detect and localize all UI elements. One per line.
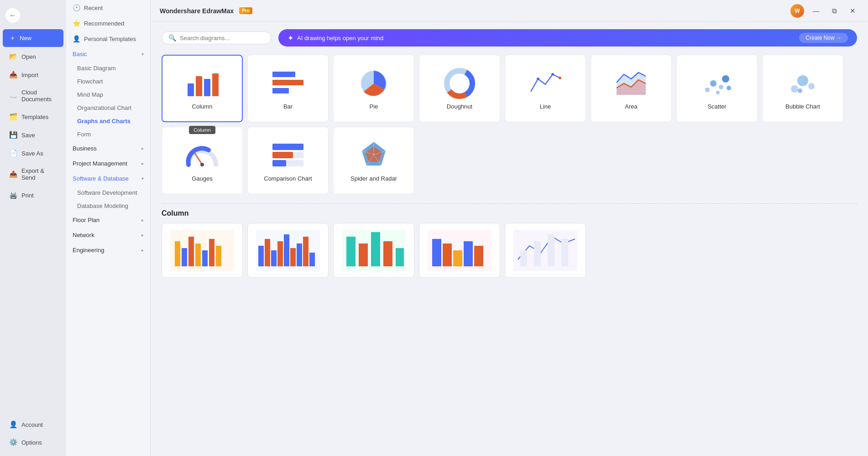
svg-rect-63 (396, 248, 404, 266)
template-card-5[interactable] (505, 223, 586, 278)
panel-category-network[interactable]: Network ▸ (66, 228, 150, 243)
panel-subitem-flowchart[interactable]: Flowchart (66, 75, 150, 88)
panel-category-engineering[interactable]: Engineering ▸ (66, 243, 150, 258)
chart-card-pie[interactable]: Pie (333, 55, 414, 122)
panel-category-business[interactable]: Business ▸ (66, 141, 150, 156)
panel-recent[interactable]: 🕐 Recent (66, 0, 150, 16)
chart-card-scatter[interactable]: Scatter (676, 55, 758, 122)
ai-banner[interactable]: ✦ AI drawing helps open your mind Create… (278, 29, 857, 47)
panel-category-software[interactable]: Software & Database ▾ (66, 171, 150, 186)
close-button[interactable]: ✕ (846, 5, 859, 17)
user-avatar[interactable]: W (790, 4, 804, 18)
svg-rect-6 (272, 88, 289, 93)
svg-point-27 (200, 163, 204, 166)
chevron-down-icon: ▾ (141, 52, 144, 57)
chart-thumb-scatter (699, 67, 735, 99)
svg-point-16 (705, 88, 710, 92)
svg-rect-32 (272, 160, 286, 166)
chart-card-column[interactable]: Column Column (162, 55, 243, 122)
template-card-3[interactable] (333, 223, 414, 278)
content-header: 🔍 ✦ AI drawing helps open your mind Crea… (162, 29, 857, 47)
svg-point-13 (559, 77, 561, 79)
chart-thumb-bubble (784, 67, 821, 99)
svg-rect-71 (520, 250, 527, 266)
content-area: 🔍 ✦ AI drawing helps open your mind Crea… (151, 22, 868, 456)
personal-icon: 👤 (73, 35, 80, 42)
saveas-icon: 📄 (9, 149, 18, 157)
sidebar-item-import[interactable]: 📥 Import (3, 66, 63, 83)
panel-category-basic[interactable]: Basic ▾ (66, 47, 150, 62)
svg-rect-53 (284, 234, 289, 266)
chart-card-bubble[interactable]: Bubble Chart (762, 55, 843, 122)
panel-category-project[interactable]: Project Management ▸ (66, 156, 150, 171)
create-now-button[interactable]: Create Now → (799, 33, 848, 43)
svg-rect-74 (561, 239, 568, 266)
template-thumb-4 (419, 223, 500, 277)
cloud-icon: ☁️ (9, 92, 18, 100)
template-thumb-5 (505, 223, 586, 277)
svg-rect-42 (182, 248, 187, 266)
sidebar-item-new[interactable]: ＋ New (3, 29, 63, 47)
svg-rect-46 (209, 239, 214, 266)
section-divider (162, 203, 857, 204)
panel-subitem-db-modeling[interactable]: Database Modeling (66, 199, 150, 212)
panel-subitem-org-chart[interactable]: Organizational Chart (66, 101, 150, 114)
ai-banner-left: ✦ AI drawing helps open your mind (288, 34, 383, 42)
panel-subitem-basic-diagram[interactable]: Basic Diagram (66, 62, 150, 75)
template-card-4[interactable] (419, 223, 500, 278)
chart-thumb-pie (356, 67, 392, 99)
svg-rect-55 (297, 244, 302, 266)
svg-rect-54 (290, 248, 296, 266)
sidebar-item-templates[interactable]: 🗂️ Templates (3, 108, 63, 125)
chart-card-line[interactable]: Line (505, 55, 586, 122)
chart-card-bar[interactable]: Bar (247, 55, 329, 122)
svg-point-21 (727, 86, 731, 90)
chart-card-area[interactable]: Area (591, 55, 672, 122)
chart-card-gauges[interactable]: Gauges (162, 127, 243, 194)
sidebar-header: ← (0, 5, 66, 26)
svg-rect-69 (474, 246, 483, 266)
panel-subitem-form[interactable]: Form (66, 128, 150, 141)
sidebar-item-cloud[interactable]: ☁️ Cloud Documents (3, 84, 63, 107)
template-thumb-1 (162, 223, 242, 277)
template-thumb-2 (248, 223, 328, 277)
template-card-1[interactable] (162, 223, 243, 278)
template-card-2[interactable] (247, 223, 329, 278)
sidebar-item-open[interactable]: 📂 Open (3, 48, 63, 65)
maximize-button[interactable]: ⧉ (828, 5, 841, 17)
panel-subitem-graphs[interactable]: Graphs and Charts (66, 114, 150, 128)
sidebar-item-export[interactable]: 📤 Export & Send (3, 163, 63, 186)
panel-personal-templates[interactable]: 👤 Personal Templates (66, 31, 150, 47)
chart-card-comparison[interactable]: Comparison Chart (247, 127, 329, 194)
back-button[interactable]: ← (5, 8, 20, 23)
search-input[interactable] (180, 35, 264, 41)
chart-card-spider[interactable]: Spider and Radar (333, 127, 414, 194)
sidebar: ← ＋ New 📂 Open 📥 Import ☁️ Cloud Documen… (0, 0, 66, 456)
chevron-right-icon: ▸ (141, 146, 144, 151)
panel-recommended[interactable]: ⭐ Recommended (66, 16, 150, 31)
export-icon: 📤 (9, 170, 18, 178)
panel-subitem-mind-map[interactable]: Mind Map (66, 88, 150, 101)
sidebar-item-save[interactable]: 💾 Save (3, 126, 63, 144)
sidebar-item-options[interactable]: ⚙️ Options (3, 434, 63, 451)
svg-rect-1 (196, 76, 202, 96)
sidebar-item-account[interactable]: 👤 Account (3, 416, 63, 433)
chart-grid: Column Column Bar (162, 55, 857, 194)
new-icon: ＋ (9, 34, 16, 42)
svg-rect-60 (359, 244, 368, 266)
svg-point-11 (537, 78, 539, 80)
chevron-right-icon-pm: ▸ (141, 161, 144, 166)
minimize-button[interactable]: — (810, 5, 822, 17)
account-icon: 👤 (9, 420, 18, 429)
chart-card-doughnut[interactable]: Doughnut (419, 55, 500, 122)
svg-rect-61 (371, 232, 380, 266)
search-box[interactable]: 🔍 (162, 31, 271, 44)
ai-icon: ✦ (288, 34, 293, 42)
svg-rect-0 (188, 83, 194, 96)
sidebar-item-print[interactable]: 🖨️ Print (3, 187, 63, 204)
panel-category-floorplan[interactable]: Floor Plan ▸ (66, 212, 150, 228)
sidebar-item-saveas[interactable]: 📄 Save As (3, 145, 63, 162)
panel-subitem-software-dev[interactable]: Software Development (66, 186, 150, 199)
chart-thumb-area (613, 67, 649, 99)
svg-rect-57 (309, 253, 315, 266)
